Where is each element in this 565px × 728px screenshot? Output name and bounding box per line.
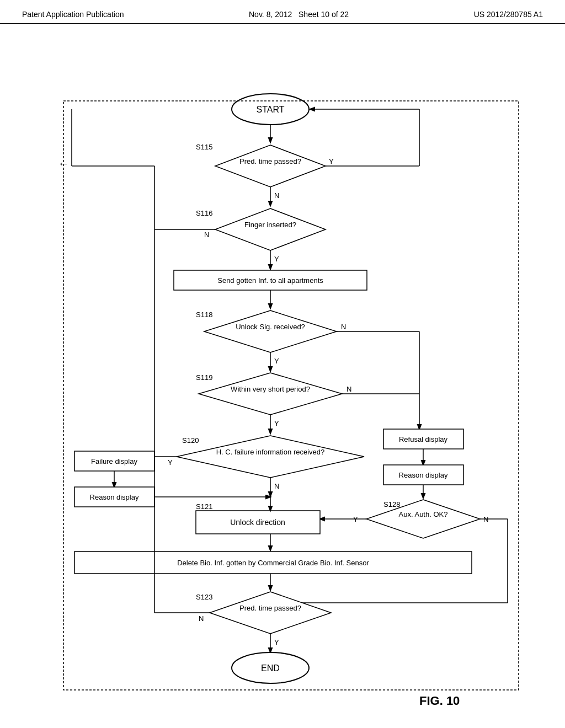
s118-y: Y xyxy=(274,357,279,365)
svg-marker-2 xyxy=(215,145,326,187)
s121-label: S121 xyxy=(196,502,212,511)
s125-text: Reason display xyxy=(90,493,139,501)
s119-text: Within very short period? xyxy=(231,385,310,393)
s115-text: Pred. time passed? xyxy=(239,157,301,165)
s116-text: Finger inserted? xyxy=(244,221,296,229)
end-label: END xyxy=(261,663,280,673)
fig-label: FIG. 10 xyxy=(419,694,460,708)
s115-label: S115 xyxy=(196,143,212,151)
s118-text: Unlock Sig. received? xyxy=(236,323,305,331)
s120-label: S120 xyxy=(182,436,199,445)
s116-y: Y xyxy=(274,255,279,263)
s122-text: Delete Bio. Inf. gotten by Commercial Gr… xyxy=(177,559,369,567)
s119-n: N xyxy=(347,385,351,393)
s123-y: Y xyxy=(274,638,279,646)
diagram-area: START S115 Pred. time passed? Y N S116 F… xyxy=(0,24,565,719)
s128-text: Aux. Auth. OK? xyxy=(399,510,448,518)
s120-y: Y xyxy=(168,458,173,467)
s123-text: Pred. time passed? xyxy=(239,604,301,612)
s128-label: S128 xyxy=(383,500,400,508)
s116-n: N xyxy=(204,231,209,239)
s117-text: Send gotten Inf. to all apartments xyxy=(217,276,323,285)
s116-label: S116 xyxy=(196,209,212,217)
s118-n: N xyxy=(341,323,346,331)
s124-text: Failure display xyxy=(91,457,137,465)
s127-text: Reason display xyxy=(399,471,448,479)
flowchart-svg: START S115 Pred. time passed? Y N S116 F… xyxy=(0,24,565,719)
s118-label: S118 xyxy=(196,311,212,319)
s119-y: Y xyxy=(274,419,279,427)
s115-n: N xyxy=(274,191,279,200)
svg-marker-18 xyxy=(199,373,342,415)
s120-text: H. C. failure information received? xyxy=(216,448,325,456)
svg-marker-7 xyxy=(215,208,326,250)
header-left: Patent Application Publication xyxy=(22,10,124,19)
header-right: US 2012/280785 A1 xyxy=(474,10,543,19)
s126-text: Refusal display xyxy=(399,435,448,443)
start-label: START xyxy=(257,105,285,114)
s123-label: S123 xyxy=(196,593,212,601)
svg-marker-23 xyxy=(177,436,364,478)
svg-marker-44 xyxy=(210,592,331,634)
back-arrow-symbol: ← xyxy=(58,157,69,169)
s119-label: S119 xyxy=(196,373,212,382)
s115-y: Y xyxy=(329,157,334,165)
s121-text: Unlock direction xyxy=(230,518,285,527)
s120-n: N xyxy=(274,482,279,490)
header-center: Nov. 8, 2012 Sheet 10 of 22 xyxy=(249,10,349,19)
svg-marker-15 xyxy=(204,311,337,352)
page-header: Patent Application Publication Nov. 8, 2… xyxy=(0,0,565,24)
s123-n: N xyxy=(199,614,204,623)
